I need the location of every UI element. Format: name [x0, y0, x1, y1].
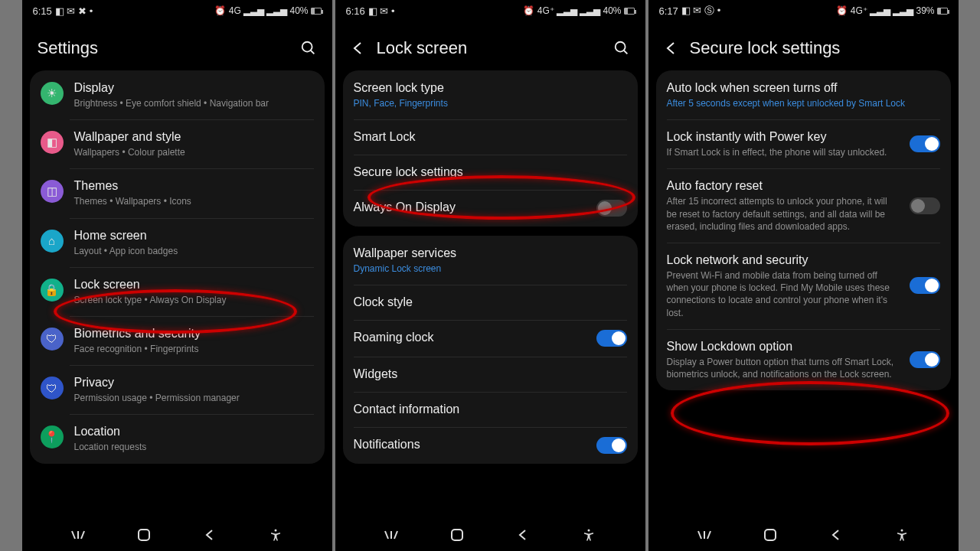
settings-item-display[interactable]: ☀DisplayBrightness • Eye comfort shield …: [30, 70, 325, 119]
nav-home[interactable]: [447, 525, 467, 545]
nav-recents[interactable]: [694, 525, 714, 545]
row-sub: Display a Power button option that turns…: [667, 356, 899, 380]
nav-back[interactable]: [826, 525, 846, 545]
item-wallpaper-services[interactable]: Wallpaper servicesDynamic Lock screen: [343, 236, 638, 285]
search-button[interactable]: [300, 40, 317, 57]
row-title: Clock style: [354, 295, 627, 310]
row-sub: Permission usage • Permission manager: [74, 392, 314, 404]
toggle-notifications[interactable]: [596, 437, 627, 454]
row-sub: If Smart Lock is in effect, the phone wi…: [667, 146, 899, 158]
nav-home[interactable]: [134, 525, 154, 545]
row-sub: Layout • App icon badges: [74, 245, 314, 257]
item-always-on-display[interactable]: Always On Display: [343, 190, 638, 227]
nav-bar: [22, 519, 332, 551]
item-notifications[interactable]: Notifications: [343, 427, 638, 464]
nav-accessibility[interactable]: [266, 525, 286, 545]
item-secure-lock-settings[interactable]: Secure lock settings: [343, 155, 638, 190]
item-screen-lock-type[interactable]: Screen lock typePIN, Face, Fingerprints: [343, 70, 638, 119]
row-title: Roaming clock: [354, 330, 586, 345]
item-auto-factory-reset[interactable]: Auto factory resetAfter 15 incorrect att…: [656, 168, 951, 243]
settings-item-themes[interactable]: ◫ThemesThemes • Wallpapers • Icons: [30, 168, 325, 217]
item-lock-network[interactable]: Lock network and securityPrevent Wi-Fi a…: [656, 243, 951, 329]
svg-rect-17: [765, 530, 776, 540]
row-title: Location: [74, 424, 314, 439]
svg-point-13: [588, 530, 590, 532]
status-time: 6:15: [33, 5, 52, 17]
home-icon: ⌂: [41, 230, 64, 253]
toggle-show-lockdown[interactable]: [910, 351, 940, 368]
search-button[interactable]: [613, 40, 630, 57]
item-contact-information[interactable]: Contact information: [343, 392, 638, 427]
nav-back[interactable]: [513, 525, 533, 545]
row-title: Smart Lock: [354, 129, 627, 145]
settings-item-location[interactable]: 📍LocationLocation requests: [30, 414, 325, 463]
nav-recents[interactable]: [68, 525, 88, 545]
row-title: Biometrics and security: [74, 326, 314, 341]
phone-securelock: 6:17 ◧ ✉ Ⓢ • ⏰ 4G⁺ ▂▃▅ ▂▃▅ 39% Secure lo…: [648, 0, 959, 551]
status-time: 6:16: [346, 5, 365, 17]
lockscreen-icon: 🔒: [41, 279, 64, 302]
row-title: Lock screen: [74, 277, 314, 292]
row-title: Home screen: [74, 228, 314, 243]
phone-settings: 6:15 ◧ ✉ ✖ • ⏰ 4G ▂▃▅ ▂▃▅ 40% Settings ☀…: [22, 0, 332, 551]
item-show-lockdown[interactable]: Show Lockdown optionDisplay a Power butt…: [656, 329, 951, 390]
row-title: Widgets: [354, 367, 627, 382]
status-bar: 6:16 ◧ ✉ • ⏰ 4G⁺ ▂▃▅ ▂▃▅ 40%: [335, 0, 645, 21]
wallpaper-icon: ◧: [41, 131, 64, 154]
svg-point-0: [302, 42, 312, 52]
row-sub: Prevent Wi-Fi and mobile data from being…: [667, 269, 899, 319]
item-auto-lock[interactable]: Auto lock when screen turns offAfter 5 s…: [656, 70, 951, 119]
nav-back[interactable]: [200, 525, 220, 545]
nav-accessibility[interactable]: [892, 525, 912, 545]
row-sub: Wallpapers • Colour palette: [74, 146, 314, 158]
page-title: Settings: [38, 38, 289, 58]
item-roaming-clock[interactable]: Roaming clock: [343, 320, 638, 357]
svg-line-4: [81, 531, 84, 539]
location-icon: 📍: [41, 425, 64, 448]
toggle-always-on-display[interactable]: [596, 200, 627, 217]
svg-line-8: [623, 51, 627, 54]
toggle-roaming-clock[interactable]: [596, 330, 627, 347]
row-sub: After 15 incorrect attempts to unlock yo…: [667, 195, 899, 233]
svg-point-6: [275, 530, 277, 532]
row-title: Privacy: [74, 375, 314, 390]
nav-recents[interactable]: [381, 525, 401, 545]
battery-icon: [624, 8, 635, 15]
status-battery: 40%: [603, 5, 621, 16]
back-button[interactable]: [351, 41, 366, 56]
row-title: Wallpaper services: [354, 246, 627, 261]
svg-line-2: [72, 531, 75, 539]
toggle-auto-factory-reset[interactable]: [910, 197, 940, 214]
item-widgets[interactable]: Widgets: [343, 357, 638, 392]
svg-line-9: [385, 531, 388, 539]
item-smart-lock[interactable]: Smart Lock: [343, 119, 638, 155]
item-lock-instantly[interactable]: Lock instantly with Power keyIf Smart Lo…: [656, 119, 951, 168]
nav-bar: [648, 519, 959, 551]
toggle-lock-network[interactable]: [910, 277, 940, 294]
row-title: Secure lock settings: [354, 165, 627, 180]
nav-home[interactable]: [760, 525, 780, 545]
item-clock-style[interactable]: Clock style: [343, 285, 638, 320]
row-sub: Dynamic Lock screen: [354, 262, 627, 275]
settings-item-home[interactable]: ⌂Home screenLayout • App icon badges: [30, 218, 325, 267]
status-right-icons: ⏰ 4G ▂▃▅ ▂▃▅: [214, 5, 287, 16]
privacy-icon: 🛡: [41, 377, 64, 399]
row-sub: Brightness • Eye comfort shield • Naviga…: [74, 97, 314, 109]
lockscreen-group2: Wallpaper servicesDynamic Lock screenClo…: [343, 236, 638, 464]
settings-item-lockscreen[interactable]: 🔒Lock screenScreen lock type • Always On…: [30, 267, 325, 316]
toggle-lock-instantly[interactable]: [910, 135, 940, 152]
nav-accessibility[interactable]: [579, 525, 599, 545]
back-button[interactable]: [664, 41, 679, 56]
phone-lockscreen: 6:16 ◧ ✉ • ⏰ 4G⁺ ▂▃▅ ▂▃▅ 40% Lock screen…: [335, 0, 645, 551]
status-battery: 39%: [916, 5, 934, 16]
row-title: Always On Display: [354, 200, 586, 215]
svg-line-14: [698, 531, 701, 539]
settings-item-wallpaper[interactable]: ◧Wallpaper and styleWallpapers • Colour …: [30, 119, 325, 168]
settings-item-privacy[interactable]: 🛡PrivacyPermission usage • Permission ma…: [30, 365, 325, 414]
status-left-icons: ◧ ✉ •: [368, 5, 395, 17]
status-right-icons: ⏰ 4G⁺ ▂▃▅ ▂▃▅: [836, 5, 913, 16]
settings-item-biometrics[interactable]: 🛡Biometrics and securityFace recognition…: [30, 316, 325, 365]
svg-rect-5: [139, 530, 149, 540]
header: Settings: [22, 21, 332, 70]
page-title: Secure lock settings: [690, 38, 943, 58]
